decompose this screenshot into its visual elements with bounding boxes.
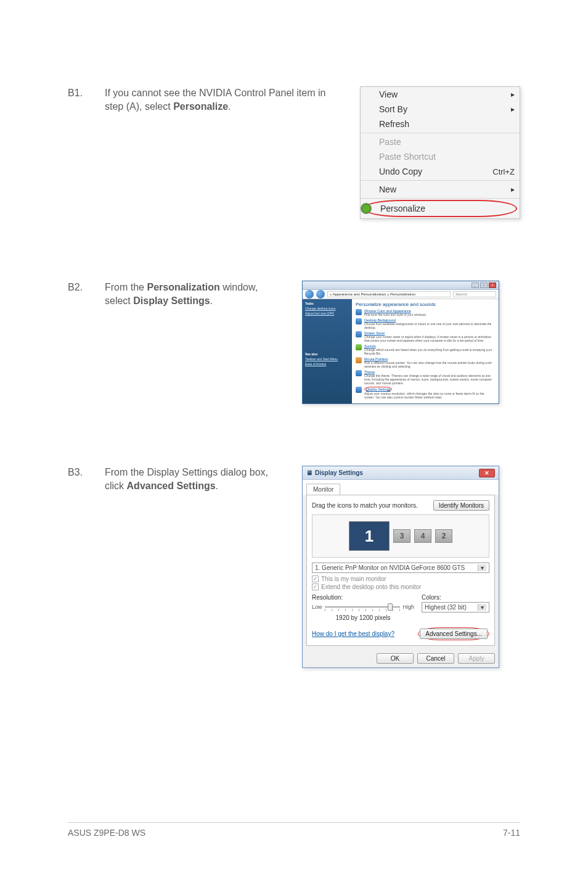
sidebar-ease[interactable]: Ease of Access bbox=[305, 362, 349, 366]
slider-thumb[interactable] bbox=[388, 603, 393, 611]
item-desc: Change the theme. Themes can change a wi… bbox=[364, 374, 495, 385]
item-theme[interactable]: ThemeChange the theme. Themes can change… bbox=[356, 370, 495, 385]
dialog-footer: OK Cancel Apply bbox=[303, 650, 499, 667]
submenu-arrow-icon: ▸ bbox=[511, 105, 515, 113]
step-b3-text: From the Display Settings dialog box, cl… bbox=[105, 466, 290, 668]
forward-button-icon[interactable] bbox=[316, 290, 325, 299]
maximize-button[interactable]: □ bbox=[480, 283, 488, 288]
checkbox-main-label: This is my main monitor bbox=[321, 576, 386, 582]
close-button[interactable]: ✕ bbox=[479, 469, 495, 477]
drag-text: Drag the icons to match your monitors. bbox=[312, 502, 430, 509]
personalization-window: _ □ × « Appearance and Personalization »… bbox=[302, 281, 499, 404]
monitor-2[interactable]: 2 bbox=[435, 529, 452, 543]
separator bbox=[361, 198, 520, 199]
screen-saver-icon bbox=[356, 331, 362, 337]
display-settings-dialog: 🖥 Display Settings ✕ Monitor Drag the ic… bbox=[302, 466, 499, 668]
resolution-slider[interactable]: Low High bbox=[312, 602, 414, 612]
ctx-undo-shortcut: Ctrl+Z bbox=[492, 167, 515, 176]
ctx-personalize-label: Personalize bbox=[380, 204, 511, 213]
dialog-title: Display Settings bbox=[315, 469, 479, 476]
dialog-titlebar: 🖥 Display Settings ✕ bbox=[303, 466, 499, 480]
ctx-paste-shortcut-label: Paste Shortcut bbox=[379, 152, 515, 162]
slider-low: Low bbox=[312, 604, 322, 610]
resolution-value: 1920 by 1200 pixels bbox=[312, 614, 414, 621]
colors-select[interactable]: Highest (32 bit) ▾ bbox=[422, 602, 489, 613]
step-b1-bold: Personalize bbox=[173, 101, 228, 112]
tab-monitor[interactable]: Monitor bbox=[306, 484, 340, 495]
tab-panel: Drag the icons to match your monitors. I… bbox=[306, 495, 495, 646]
address-bar: « Appearance and Personalization » Perso… bbox=[303, 290, 499, 299]
slider-high: High bbox=[402, 604, 414, 610]
item-display-settings[interactable]: Display SettingsAdjust your monitor reso… bbox=[356, 387, 495, 399]
window-titlebar: _ □ × bbox=[303, 281, 499, 290]
back-button-icon[interactable] bbox=[305, 290, 314, 299]
monitor-select-value: 1. Generic PnP Monitor on NVIDIA GeForce… bbox=[315, 564, 478, 571]
item-desc: Change which sounds are heard when you d… bbox=[364, 348, 495, 355]
item-desktop-bg[interactable]: Desktop BackgroundChoose from available … bbox=[356, 318, 495, 329]
footer-left: ASUS Z9PE-D8 WS bbox=[68, 828, 145, 838]
sidebar-see-also: See also bbox=[305, 352, 349, 356]
apply-button: Apply bbox=[458, 653, 495, 664]
sidebar-tasks-header: Tasks bbox=[305, 302, 349, 305]
monitor-4[interactable]: 4 bbox=[414, 529, 431, 543]
submenu-arrow-icon: ▸ bbox=[511, 90, 515, 99]
step-b1-post: . bbox=[228, 101, 231, 112]
search-input[interactable]: Search bbox=[453, 291, 496, 297]
step-b2-pre: From the bbox=[105, 282, 147, 292]
item-screen-saver[interactable]: Screen SaverChange your screen saver or … bbox=[356, 331, 495, 342]
ctx-paste: Paste bbox=[361, 134, 520, 149]
sounds-icon bbox=[356, 344, 362, 350]
ok-button[interactable]: OK bbox=[377, 653, 414, 664]
advanced-settings-button[interactable]: Advanced Settings... bbox=[420, 629, 488, 639]
separator bbox=[361, 180, 520, 181]
main-title: Personalize appearance and sounds bbox=[356, 302, 495, 307]
tabs: Monitor bbox=[303, 480, 499, 495]
monitor-1[interactable]: 1 bbox=[349, 521, 390, 551]
item-desc: Fine tune the color and style of your wi… bbox=[364, 313, 427, 316]
step-b2-bold1: Personalization bbox=[147, 282, 219, 292]
sidebar-change-icons[interactable]: Change desktop icons bbox=[305, 307, 349, 310]
breadcrumb[interactable]: « Appearance and Personalization » Perso… bbox=[327, 291, 451, 297]
item-desc: Change your screen saver or adjust when … bbox=[364, 335, 495, 342]
ctx-paste-shortcut: Paste Shortcut bbox=[361, 149, 520, 164]
dropdown-arrow-icon: ▾ bbox=[478, 564, 486, 571]
step-b3-post: . bbox=[216, 481, 218, 491]
desktop-bg-icon bbox=[356, 318, 362, 324]
item-title: Display Settings bbox=[366, 387, 390, 391]
sidebar-taskbar[interactable]: Taskbar and Start Menu bbox=[305, 357, 349, 361]
minimize-button[interactable]: _ bbox=[472, 283, 479, 288]
theme-icon bbox=[356, 370, 362, 376]
item-window-color[interactable]: Window Color and AppearanceFine tune the… bbox=[356, 309, 495, 316]
monitor-select[interactable]: 1. Generic PnP Monitor on NVIDIA GeForce… bbox=[312, 563, 489, 573]
monitor-arrangement[interactable]: 1 3 4 2 bbox=[312, 514, 489, 558]
checkbox-icon: ✓ bbox=[312, 576, 319, 582]
step-b2-post: . bbox=[210, 295, 213, 306]
step-b2-text: From the Personalization window, select … bbox=[105, 281, 290, 404]
monitor-3[interactable]: 3 bbox=[393, 529, 410, 543]
sidebar-adjust-font[interactable]: Adjust font size (DPI) bbox=[305, 311, 349, 315]
cancel-button[interactable]: Cancel bbox=[417, 653, 454, 664]
resolution-label: Resolution: bbox=[312, 594, 414, 601]
ctx-personalize[interactable]: Personalize bbox=[363, 200, 517, 217]
item-sounds[interactable]: SoundsChange which sounds are heard when… bbox=[356, 344, 495, 355]
ctx-new[interactable]: New ▸ bbox=[361, 182, 520, 197]
best-display-link[interactable]: How do I get the best display? bbox=[312, 630, 394, 637]
ctx-undo-copy[interactable]: Undo Copy Ctrl+Z bbox=[361, 164, 520, 179]
dropdown-arrow-icon: ▾ bbox=[478, 604, 486, 611]
step-b3-bold: Advanced Settings bbox=[127, 481, 216, 491]
ctx-sort-by[interactable]: Sort By ▸ bbox=[361, 102, 520, 117]
colors-value: Highest (32 bit) bbox=[425, 604, 478, 611]
ctx-view-label: View bbox=[379, 89, 515, 99]
item-mouse-pointers[interactable]: Mouse PointersPick a different mouse poi… bbox=[356, 357, 495, 368]
checkbox-icon: ✓ bbox=[312, 584, 319, 590]
ctx-view[interactable]: View ▸ bbox=[361, 87, 520, 102]
context-menu: View ▸ Sort By ▸ Refresh Paste Paste Sho… bbox=[360, 86, 520, 219]
checkbox-extend: ✓ Extend the desktop onto this monitor bbox=[312, 584, 489, 590]
ctx-refresh-label: Refresh bbox=[379, 119, 515, 129]
close-button[interactable]: × bbox=[489, 283, 496, 288]
checkbox-main-monitor: ✓ This is my main monitor bbox=[312, 576, 489, 582]
sidebar: Tasks Change desktop icons Adjust font s… bbox=[303, 299, 352, 403]
ctx-refresh[interactable]: Refresh bbox=[361, 117, 520, 131]
checkbox-extend-label: Extend the desktop onto this monitor bbox=[321, 584, 421, 590]
identify-monitors-button[interactable]: Identify Monitors bbox=[433, 500, 489, 511]
